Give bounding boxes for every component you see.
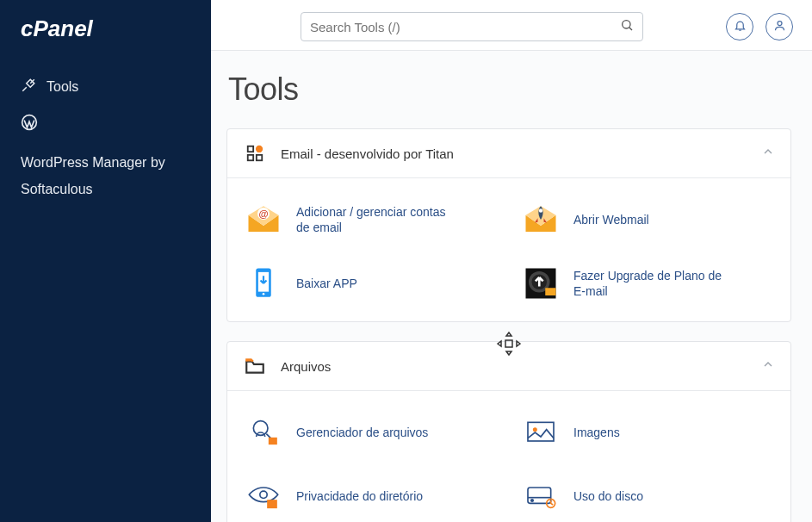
svg-rect-6	[248, 155, 253, 160]
tool-open-webmail[interactable]: Abrir Webmail	[513, 190, 782, 249]
group-files: Arquivos Gerenciador de arquivos Imagens	[226, 341, 791, 522]
tool-label: Fazer Upgrade de Plano de E-mail	[573, 268, 728, 299]
notifications-button[interactable]	[726, 13, 753, 40]
apps-icon	[243, 141, 267, 165]
upgrade-icon	[520, 263, 561, 304]
sidebar-item-tools[interactable]: Tools	[0, 69, 211, 105]
svg-point-23	[260, 491, 267, 498]
tools-icon	[21, 78, 36, 96]
tool-label: Abrir Webmail	[573, 212, 649, 227]
tool-label: Adicionar / gerenciar contas de email	[296, 204, 451, 235]
bell-icon	[734, 19, 747, 35]
svg-rect-21	[528, 422, 554, 441]
tool-add-manage-email[interactable]: @ Adicionar / gerenciar contas de email	[236, 190, 505, 249]
main: Tools Email - desenvolvido por Titan @ A…	[211, 0, 812, 522]
svg-rect-4	[248, 146, 253, 152]
svg-point-10	[539, 208, 542, 212]
tool-directory-privacy[interactable]: Privacidade do diretório	[236, 467, 505, 522]
tool-upgrade-email-plan[interactable]: Fazer Upgrade de Plano de E-mail	[513, 254, 782, 313]
sidebar-item-wordpress-manager[interactable]: WordPress Manager by Softaculous	[0, 105, 211, 211]
chevron-up-icon	[761, 357, 775, 375]
phone-download-icon	[243, 263, 284, 304]
svg-rect-5	[257, 155, 262, 160]
svg-rect-20	[270, 438, 276, 444]
tool-label: Privacidade do diretório	[296, 488, 423, 504]
eye-lock-icon	[243, 475, 284, 517]
tool-disk-usage[interactable]: Uso do disco	[513, 467, 782, 522]
svg-text:@: @	[258, 208, 268, 219]
sidebar: cPanel Tools WordPress Manager by Softac…	[0, 0, 211, 522]
user-icon	[773, 19, 786, 35]
chevron-up-icon	[761, 145, 775, 162]
group-body-files: Gerenciador de arquivos Imagens Privacid…	[227, 391, 790, 522]
sidebar-item-label: WordPress Manager by Softaculous	[21, 150, 190, 202]
tool-label: Baixar APP	[296, 276, 357, 291]
group-body-email: @ Adicionar / gerenciar contas de email …	[227, 178, 790, 321]
email-at-icon: @	[243, 199, 284, 240]
svg-rect-17	[545, 288, 555, 295]
tool-images[interactable]: Imagens	[513, 403, 782, 462]
content: Tools Email - desenvolvido por Titan @ A…	[211, 51, 812, 522]
account-button[interactable]	[766, 13, 793, 40]
sidebar-item-label: Tools	[46, 79, 78, 95]
webmail-rocket-icon	[520, 199, 561, 240]
svg-point-26	[531, 500, 534, 502]
group-title: Arquivos	[281, 359, 761, 374]
images-icon	[520, 412, 561, 453]
tool-label: Imagens	[573, 425, 620, 440]
group-title: Email - desenvolvido por Titan	[281, 146, 761, 161]
topbar	[211, 0, 812, 51]
search-wrap	[230, 12, 714, 41]
svg-rect-24	[268, 500, 276, 507]
svg-rect-7	[257, 146, 262, 152]
svg-point-22	[533, 427, 537, 432]
svg-point-13	[263, 293, 265, 295]
brand-logo: cPanel	[0, 16, 211, 69]
group-header-files[interactable]: Arquivos	[227, 342, 790, 391]
svg-text:cPanel: cPanel	[21, 16, 94, 41]
search-input[interactable]	[310, 20, 620, 34]
group-email: Email - desenvolvido por Titan @ Adicion…	[226, 128, 791, 322]
svg-point-3	[778, 21, 782, 25]
svg-point-2	[623, 21, 630, 28]
page-title: Tools	[228, 71, 791, 108]
cpanel-logo-icon: cPanel	[21, 16, 141, 41]
folder-icon	[243, 354, 267, 378]
group-header-email[interactable]: Email - desenvolvido por Titan	[227, 129, 790, 178]
search-icon	[620, 18, 634, 35]
tool-label: Gerenciador de arquivos	[296, 425, 428, 440]
file-manager-icon	[243, 412, 284, 453]
wordpress-icon	[21, 114, 38, 140]
disk-usage-icon	[520, 475, 561, 517]
tool-download-app[interactable]: Baixar APP	[236, 254, 505, 313]
tool-label: Uso do disco	[573, 488, 643, 504]
search-container[interactable]	[301, 12, 643, 41]
svg-point-19	[253, 421, 268, 436]
tool-file-manager[interactable]: Gerenciador de arquivos	[236, 403, 505, 462]
